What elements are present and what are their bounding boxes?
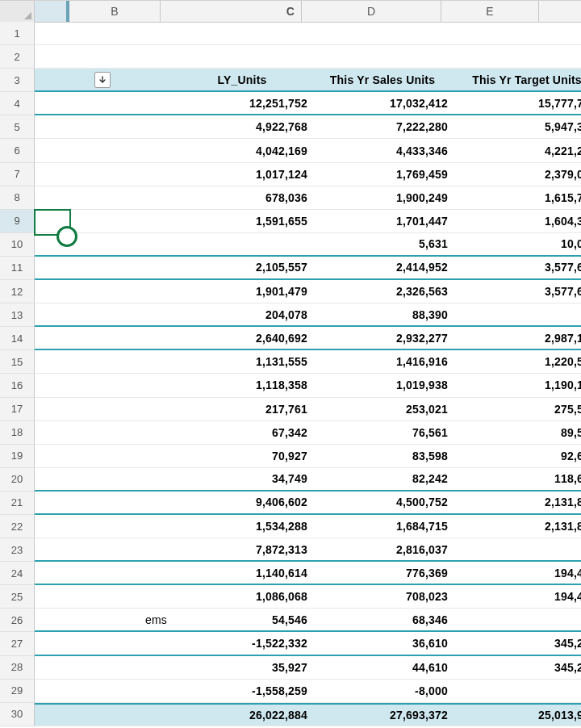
cell-B30[interactable]: 26,022,884 — [173, 705, 314, 726]
cell-C28[interactable]: 44,610 — [314, 656, 454, 679]
row-header[interactable]: 5 — [0, 115, 35, 139]
cell-A6[interactable] — [35, 139, 173, 161]
cell-D30[interactable]: 25,013,976 — [454, 705, 581, 726]
cell-D27[interactable]: 345,257 — [454, 632, 581, 654]
row-header[interactable]: 14 — [0, 327, 35, 350]
cell-A16[interactable] — [35, 374, 173, 396]
row-6[interactable]: 64,042,1694,433,3464,221,290163,138,0081… — [0, 139, 581, 162]
cell-B20[interactable]: 34,749 — [173, 468, 314, 490]
cell-D5[interactable]: 5,947,391 — [454, 115, 581, 138]
cell-B24[interactable]: 1,140,614 — [173, 562, 314, 584]
cell-A15[interactable] — [35, 350, 173, 373]
cell-D22[interactable]: 2,131,840 — [454, 515, 581, 538]
cell-B23[interactable]: 7,872,313 — [173, 538, 314, 560]
row-header[interactable]: 16 — [0, 374, 35, 397]
cell-C19[interactable]: 83,598 — [314, 445, 454, 467]
cell-C4[interactable]: 17,032,412 — [314, 92, 454, 114]
cell-C17[interactable]: 253,021 — [314, 398, 454, 420]
cell-B17[interactable]: 217,761 — [173, 398, 314, 420]
cell-D16[interactable]: 1,190,183 — [454, 374, 581, 396]
cell-A27[interactable] — [35, 632, 173, 654]
cell-A11[interactable] — [35, 257, 173, 278]
row-11[interactable]: 112,105,5572,414,9523,577,600220,466,384… — [0, 257, 581, 280]
cell-A12[interactable] — [35, 280, 173, 303]
cell-A30[interactable] — [35, 705, 173, 726]
row-header[interactable]: 3 — [0, 69, 35, 92]
cell-C25[interactable]: 708,023 — [314, 585, 454, 608]
row-10[interactable]: 105,63110,0001, — [0, 233, 581, 257]
cell-C24[interactable]: 776,369 — [314, 562, 454, 584]
cell-C5[interactable]: 7,222,280 — [314, 115, 454, 138]
cell-A25[interactable] — [35, 585, 173, 608]
row-header[interactable]: 6 — [0, 139, 35, 162]
cell-D6[interactable]: 4,221,290 — [454, 139, 581, 161]
row-20[interactable]: 2034,74982,242118,6751,294,9043,0 — [0, 468, 581, 492]
cell-B29[interactable]: -1,558,259 — [173, 680, 314, 702]
row-2[interactable]: 2 — [0, 45, 581, 69]
cell-B6[interactable]: 4,042,169 — [173, 139, 314, 161]
cell-A1[interactable] — [35, 22, 173, 44]
cell-D10[interactable]: 10,000 — [454, 233, 581, 255]
row-header[interactable]: 24 — [0, 562, 35, 585]
row-21[interactable]: 219,406,6024,500,7522,131,840187,730,881… — [0, 492, 581, 515]
row-header[interactable]: 4 — [0, 92, 35, 115]
cell-A7[interactable] — [35, 163, 173, 186]
row-1[interactable]: 1 — [0, 22, 581, 45]
row-5[interactable]: 54,922,7687,222,2805,947,391143,218,4721… — [0, 115, 581, 139]
cell-B16[interactable]: 1,118,358 — [173, 374, 314, 396]
cell-A26[interactable]: ems — [35, 609, 173, 630]
cell-A3[interactable] — [35, 69, 173, 90]
row-header[interactable]: 22 — [0, 515, 35, 538]
cell-B15[interactable]: 1,131,555 — [173, 350, 314, 373]
cell-C3[interactable]: This Yr Sales Units — [314, 69, 454, 90]
cell-D7[interactable]: 2,379,010 — [454, 163, 581, 186]
row-header[interactable]: 19 — [0, 445, 35, 468]
cell-B21[interactable]: 9,406,602 — [173, 492, 314, 513]
cell-D15[interactable]: 1,220,550 — [454, 350, 581, 373]
cell-D1[interactable] — [454, 22, 581, 44]
cell-D17[interactable]: 275,514 — [454, 398, 581, 420]
row-18[interactable]: 1867,34276,56189,5729,696,14111, — [0, 421, 581, 445]
row-19[interactable]: 1970,92783,59892,6398,485,93410, — [0, 445, 581, 468]
cell-A19[interactable] — [35, 445, 173, 467]
cell-A18[interactable] — [35, 421, 173, 444]
row-header[interactable]: 7 — [0, 163, 35, 186]
cell-B9[interactable]: 1,591,655 — [173, 210, 314, 232]
row-header[interactable]: 2 — [0, 45, 35, 69]
cell-A21[interactable] — [35, 492, 173, 513]
column-header-C[interactable]: C — [161, 1, 302, 22]
cell-C20[interactable]: 82,242 — [314, 468, 454, 490]
cell-C29[interactable]: -8,000 — [314, 680, 454, 702]
cell-A28[interactable] — [35, 656, 173, 679]
row-header[interactable]: 17 — [0, 398, 35, 421]
row-header[interactable]: 29 — [0, 680, 35, 703]
cell-C9[interactable]: 1,701,447 — [314, 210, 454, 232]
cell-A20[interactable] — [35, 468, 173, 490]
column-header-B[interactable]: B — [69, 1, 161, 22]
cell-B12[interactable]: 1,901,479 — [173, 280, 314, 303]
cell-D26[interactable]: 0 — [454, 609, 581, 630]
row-header[interactable]: 21 — [0, 492, 35, 515]
row-14[interactable]: 142,640,6922,932,2772,987,134126,329,921… — [0, 327, 581, 350]
cell-D28[interactable]: 345,257 — [454, 656, 581, 679]
cell-C11[interactable]: 2,414,952 — [314, 257, 454, 278]
row-7[interactable]: 71,017,1241,769,4592,379,01039,667,41368… — [0, 163, 581, 186]
cell-A10[interactable] — [35, 233, 173, 255]
cell-D24[interactable]: 194,400 — [454, 562, 581, 584]
cell-D11[interactable]: 3,577,600 — [454, 257, 581, 278]
cell-C14[interactable]: 2,932,277 — [314, 327, 454, 349]
cell-D29[interactable]: 0 — [454, 680, 581, 702]
filter-dropdown-icon[interactable] — [94, 72, 111, 88]
cell-C7[interactable]: 1,769,459 — [314, 163, 454, 186]
cell-A23[interactable] — [35, 538, 173, 560]
cell-C21[interactable]: 4,500,752 — [314, 492, 454, 513]
sheet-body[interactable]: 123LY_UnitsThis Yr Sales UnitsThis Yr Ta… — [0, 22, 581, 728]
cell-B18[interactable]: 67,342 — [173, 421, 314, 444]
cell-C22[interactable]: 1,684,715 — [314, 515, 454, 538]
cell-B4[interactable]: 12,251,752 — [173, 92, 314, 114]
cell-C2[interactable] — [314, 45, 454, 68]
cell-C26[interactable]: 68,346 — [314, 609, 454, 630]
cell-B8[interactable]: 678,036 — [173, 186, 314, 209]
cell-A8[interactable] — [35, 186, 173, 209]
cell-D9[interactable]: 1,604,320 — [454, 210, 581, 232]
